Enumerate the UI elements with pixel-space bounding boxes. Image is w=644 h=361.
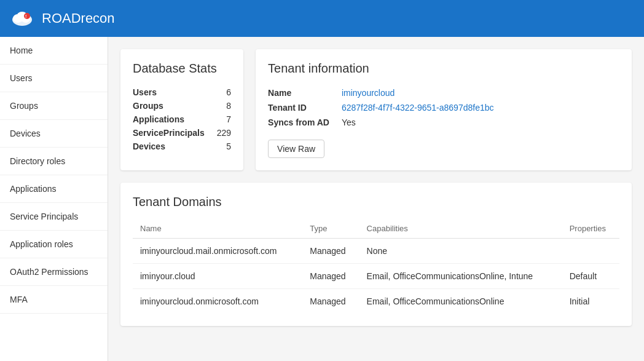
- stat-label-applications: Applications: [133, 113, 217, 126]
- tenant-name-row: Name iminyourcloud: [268, 85, 493, 100]
- stat-row-users: Users 6: [133, 85, 231, 99]
- tenant-id-label: Tenant ID: [268, 100, 342, 115]
- tenant-id-link[interactable]: 6287f28f-4f7f-4322-9651-a8697d8fe1bc: [342, 103, 494, 113]
- stat-label-groups: Groups: [133, 99, 217, 113]
- domain-row-0: iminyourcloud.mail.onmicrosoft.com Manag…: [133, 239, 619, 264]
- domain-name-2: iminyourcloud.onmicrosoft.com: [133, 289, 302, 314]
- tenant-name-link[interactable]: iminyourcloud: [342, 88, 395, 98]
- sidebar: Home Users Groups Devices Directory role…: [0, 37, 108, 361]
- tenant-info-title: Tenant information: [268, 61, 619, 76]
- cards-row: Database Stats Users 6 Groups 8 Applicat…: [120, 49, 632, 170]
- stat-row-devices: Devices 5: [133, 140, 231, 153]
- stat-value-groups: 8: [217, 99, 231, 113]
- svg-text:!: !: [25, 14, 26, 18]
- tenant-domains-title: Tenant Domains: [133, 195, 619, 209]
- stat-label-users: Users: [133, 85, 217, 99]
- tenant-syncs-value: Yes: [342, 115, 494, 130]
- tenant-syncs-label: Syncs from AD: [268, 115, 342, 130]
- stat-value-users: 6: [217, 85, 231, 99]
- tenant-info-card: Tenant information Name iminyourcloud Te…: [256, 49, 632, 170]
- stat-label-devices: Devices: [133, 140, 217, 153]
- col-header-capabilities: Capabilities: [359, 219, 562, 239]
- sidebar-label-application-roles: Application roles: [10, 239, 73, 249]
- tenant-name-label: Name: [268, 85, 342, 100]
- stat-value-devices: 5: [217, 140, 231, 153]
- domain-row-2: iminyourcloud.onmicrosoft.com Managed Em…: [133, 289, 619, 314]
- domain-row-1: iminyour.cloud Managed Email, OfficeComm…: [133, 264, 619, 289]
- sidebar-item-service-principals[interactable]: Service Principals: [0, 203, 108, 231]
- col-header-properties: Properties: [562, 219, 619, 239]
- sidebar-item-home[interactable]: Home: [0, 37, 108, 65]
- domains-table-header-row: Name Type Capabilities Properties: [133, 219, 619, 239]
- view-raw-button[interactable]: View Raw: [268, 140, 324, 158]
- domain-type-1: Managed: [302, 264, 359, 289]
- app-title: ROADrecon: [42, 10, 115, 26]
- domain-properties-0: [562, 239, 619, 264]
- main-layout: Home Users Groups Devices Directory role…: [0, 37, 644, 361]
- tenant-info-table: Name iminyourcloud Tenant ID 6287f28f-4f…: [268, 85, 493, 130]
- sidebar-item-application-roles[interactable]: Application roles: [0, 231, 108, 258]
- domain-capabilities-2: Email, OfficeCommunicationsOnline: [359, 289, 562, 314]
- stat-row-applications: Applications 7: [133, 113, 231, 126]
- tenant-id-row: Tenant ID 6287f28f-4f7f-4322-9651-a8697d…: [268, 100, 493, 115]
- stat-label-serviceprincipals: ServicePrincipals: [133, 126, 217, 140]
- sidebar-label-oauth2-permissions: OAuth2 Permissions: [10, 267, 88, 277]
- sidebar-item-devices[interactable]: Devices: [0, 120, 108, 148]
- stat-row-serviceprincipals: ServicePrincipals 229: [133, 126, 231, 140]
- tenant-syncs-row: Syncs from AD Yes: [268, 115, 493, 130]
- domain-name-1: iminyour.cloud: [133, 264, 302, 289]
- col-header-name: Name: [133, 219, 302, 239]
- domain-type-2: Managed: [302, 289, 359, 314]
- domain-name-0: iminyourcloud.mail.onmicrosoft.com: [133, 239, 302, 264]
- sidebar-item-users[interactable]: Users: [0, 65, 108, 92]
- app-header: ! ROADrecon: [0, 0, 644, 37]
- domain-properties-2: Initial: [562, 289, 619, 314]
- sidebar-label-groups: Groups: [10, 101, 38, 111]
- database-stats-table: Users 6 Groups 8 Applications 7 Servic: [133, 85, 231, 153]
- sidebar-label-users: Users: [10, 73, 33, 83]
- sidebar-item-oauth2-permissions[interactable]: OAuth2 Permissions: [0, 258, 108, 286]
- sidebar-item-mfa[interactable]: MFA: [0, 286, 108, 314]
- domain-capabilities-1: Email, OfficeCommunicationsOnline, Intun…: [359, 264, 562, 289]
- app-logo-icon: !: [10, 6, 34, 31]
- stat-value-serviceprincipals: 229: [217, 126, 231, 140]
- sidebar-label-directory-roles: Directory roles: [10, 156, 65, 166]
- tenant-domains-table: Name Type Capabilities Properties iminyo…: [133, 219, 619, 314]
- sidebar-label-applications: Applications: [10, 184, 57, 194]
- main-content: Database Stats Users 6 Groups 8 Applicat…: [108, 37, 644, 361]
- sidebar-label-service-principals: Service Principals: [10, 212, 78, 221]
- stat-row-groups: Groups 8: [133, 99, 231, 113]
- database-stats-title: Database Stats: [133, 61, 231, 76]
- tenant-domains-card: Tenant Domains Name Type Capabilities Pr…: [120, 183, 632, 326]
- sidebar-item-applications[interactable]: Applications: [0, 175, 108, 203]
- tenant-id-value: 6287f28f-4f7f-4322-9651-a8697d8fe1bc: [342, 100, 494, 115]
- stat-value-applications: 7: [217, 113, 231, 126]
- col-header-type: Type: [302, 219, 359, 239]
- domain-type-0: Managed: [302, 239, 359, 264]
- tenant-name-value: iminyourcloud: [342, 85, 494, 100]
- sidebar-item-directory-roles[interactable]: Directory roles: [0, 148, 108, 175]
- sidebar-label-home: Home: [10, 46, 33, 55]
- domain-capabilities-0: None: [359, 239, 562, 264]
- sidebar-label-devices: Devices: [10, 129, 41, 138]
- sidebar-item-groups[interactable]: Groups: [0, 92, 108, 120]
- database-stats-card: Database Stats Users 6 Groups 8 Applicat…: [120, 49, 243, 170]
- sidebar-label-mfa: MFA: [10, 295, 28, 304]
- domain-properties-1: Default: [562, 264, 619, 289]
